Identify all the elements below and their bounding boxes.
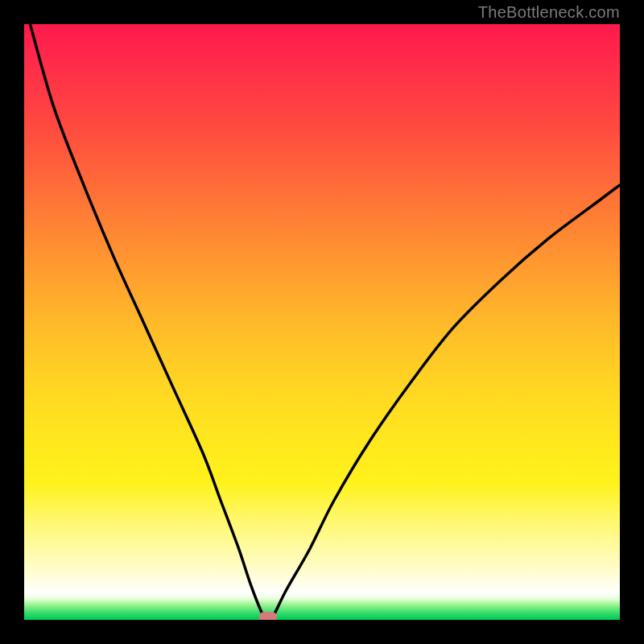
bottleneck-marker <box>259 612 277 620</box>
bottleneck-curve <box>30 24 620 620</box>
watermark-text: TheBottleneck.com <box>478 3 620 22</box>
curve-layer <box>24 24 620 620</box>
chart-frame: TheBottleneck.com <box>0 0 644 644</box>
plot-area <box>24 24 620 620</box>
